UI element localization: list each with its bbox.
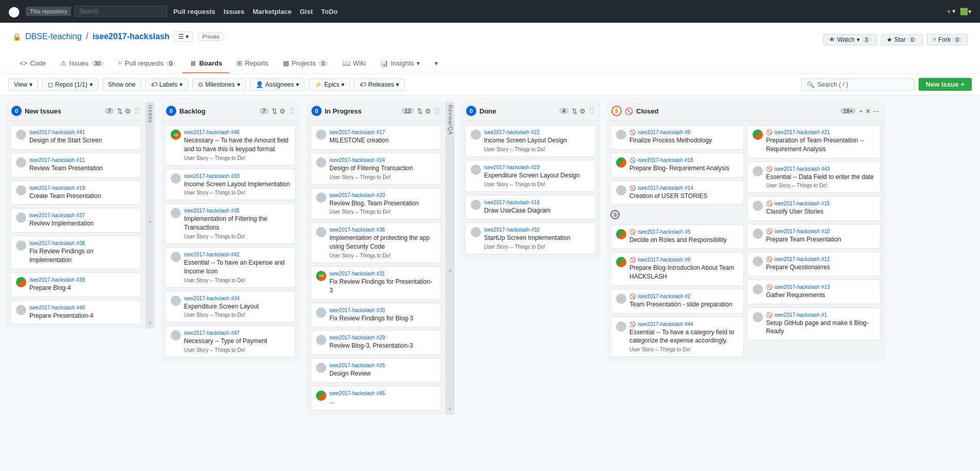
card-14[interactable]: 🚫 isee2017-hackslash #14 Creation of USE… — [610, 181, 744, 205]
card-37[interactable]: isee2017-hackslash #37 Review Implementa… — [10, 208, 141, 233]
drag-handle[interactable]: ⠿ — [589, 106, 595, 116]
settings-icon[interactable]: ⚙ — [579, 107, 586, 115]
tab-more[interactable]: ▾ — [427, 54, 445, 73]
list-view-button[interactable]: ☰ ▾ — [174, 31, 193, 42]
tab-code[interactable]: <> Code — [12, 54, 53, 73]
settings-icon[interactable]: ⚙ — [279, 107, 286, 115]
card-17[interactable]: isee2017-hackslash #17 MILESTONE creatio… — [310, 125, 441, 150]
nav-todo[interactable]: ToDo — [321, 8, 338, 15]
repos-button[interactable]: ◻ Repos (1/1) ▾ — [42, 78, 98, 91]
nav-issues[interactable]: Issues — [224, 8, 244, 15]
tab-boards[interactable]: ⫼ Boards — [182, 54, 229, 73]
repo-context-label[interactable]: This repository — [26, 7, 71, 16]
card-8[interactable]: 🚫 isee2017-hackslash #8 Finalize Process… — [610, 125, 744, 150]
card-31[interactable]: +3 isee2017-hackslash #31 Fix Review Fin… — [310, 266, 441, 300]
settings-icon[interactable]: ⚙ — [125, 107, 131, 115]
add-icon[interactable]: + — [859, 107, 863, 115]
show-one-button[interactable]: Show one — [103, 78, 141, 91]
card-38[interactable]: isee2017-hackslash #38 Fix Review Findin… — [10, 236, 141, 269]
user-avatar-icon[interactable]: 🟩▾ — [960, 8, 972, 15]
watch-button[interactable]: 👁 Watch ▾ 3 — [823, 34, 877, 45]
epics-button[interactable]: ⚡ Epics ▾ — [309, 78, 350, 91]
card-44[interactable]: 🚫 isee2017-hackslash #44 Essential -- To… — [610, 317, 744, 358]
card-22[interactable]: isee2017-hackslash #22 Income Screen Lay… — [465, 125, 596, 157]
drag-handle[interactable]: ⠿ — [434, 106, 440, 116]
view-button[interactable]: View ▾ — [8, 78, 38, 91]
tab-pull-requests[interactable]: ⑂ Pull requests 0 — [111, 54, 182, 73]
card-13[interactable]: 🚫 isee2017-hackslash #13 Gather Requirem… — [747, 280, 881, 304]
global-search-input[interactable] — [74, 6, 167, 17]
card-11[interactable]: isee2017-hackslash #11 Review Team Prese… — [10, 153, 141, 177]
review-qa-handle[interactable]: Review/QA ○ ○ — [445, 102, 455, 415]
card-33[interactable]: isee2017-hackslash #33 Income Screen Lay… — [165, 169, 296, 201]
github-logo[interactable]: ⬤ — [8, 5, 20, 18]
card-9[interactable]: 🚫 isee2017-hackslash #9 Prepare Blog-Int… — [610, 252, 744, 286]
card-47[interactable]: isee2017-hackslash #47 Necessary -- Type… — [165, 326, 296, 358]
fork-button[interactable]: ⑂ Fork 0 — [927, 34, 968, 45]
card-20[interactable]: isee2017-hackslash #20 Review Blog, Team… — [310, 188, 441, 220]
settings-icon[interactable]: ⚙ — [425, 107, 431, 115]
icebox-handle[interactable]: Icebox ○ ○ — [145, 102, 155, 329]
card-36[interactable]: isee2017-hackslash #36 Implementation of… — [310, 222, 441, 263]
card-25[interactable]: isee2017-hackslash #25 Design Review — [310, 358, 441, 383]
card-35[interactable]: isee2017-hackslash #35 Implementation of… — [165, 203, 296, 244]
tab-insights[interactable]: 📊 Insights ▾ — [373, 54, 427, 73]
card-12[interactable]: 🚫 isee2017-hackslash #12 Prepare Questio… — [747, 252, 881, 277]
nav-gist[interactable]: Gist — [300, 8, 312, 15]
card-42[interactable]: isee2017-hackslash #42 Essential -- To h… — [165, 247, 296, 288]
card-29[interactable]: isee2017-hackslash #29 Review Blog-3, Pr… — [310, 330, 441, 355]
card-10[interactable]: 🚫 isee2017-hackslash #10 Prepare Team Pr… — [747, 224, 881, 249]
tab-issues[interactable]: ⚠ Issues 30 — [53, 54, 111, 73]
labels-button[interactable]: 🏷 Labels ▾ — [145, 78, 188, 91]
add-icon[interactable]: ＋▾ — [945, 7, 956, 16]
card-title: Create Team Presentation — [29, 192, 136, 201]
tab-projects[interactable]: ▦ Projects 0 — [276, 54, 335, 73]
card-40[interactable]: isee2017-hackslash #40 Prepare Presentat… — [10, 300, 141, 325]
card-34[interactable]: isee2017-hackslash #34 Expenditure Scree… — [165, 291, 296, 323]
milestones-label: Milestones — [205, 81, 235, 88]
card-2[interactable]: 🚫 isee2017-hackslash #2 Team Presentatio… — [610, 289, 744, 314]
card-1[interactable]: 🚫 isee2017-hackslash #1 Setup GitHub pag… — [747, 307, 881, 341]
more-icon[interactable]: ⋯ — [873, 107, 879, 115]
card-18[interactable]: 🚫 isee2017-hackslash #18 Prepare Blog- R… — [610, 153, 744, 177]
repo-owner[interactable]: DBSE-teaching — [25, 32, 81, 41]
star-button[interactable]: ★ Star 0 — [881, 34, 923, 45]
card-21[interactable]: 🚫 isee2017-hackslash #21 Preparation of … — [747, 125, 881, 158]
drag-handle[interactable]: ⠿ — [289, 106, 295, 116]
card-30[interactable]: isee2017-hackslash #30 Fix Review Findin… — [310, 303, 441, 328]
repo-name[interactable]: isee2017-hackslash — [92, 32, 169, 41]
card-repo: 🚫 isee2017-hackslash #1 — [766, 312, 875, 318]
card-32[interactable]: isee2017-hackslash #32 StartUp Screen Im… — [465, 222, 596, 254]
card-title: Income Screen Layout Design — [484, 136, 590, 145]
sort-icon[interactable]: ⇅ — [417, 107, 423, 115]
milestones-button[interactable]: ⊙ Milestones ▾ — [192, 78, 245, 91]
releases-button[interactable]: 🏷 Releases ▾ — [354, 78, 405, 91]
card-39[interactable]: isee2017-hackslash #39 Prepare Blog-4 — [10, 272, 141, 297]
card-repo: 🚫 isee2017-hackslash #44 — [629, 321, 738, 327]
card-45[interactable]: isee2017-hackslash #45 ... — [310, 386, 441, 411]
nav-marketplace[interactable]: Marketplace — [253, 8, 291, 15]
card-46[interactable]: +3 isee2017-hackslash #46 Necessary -- T… — [165, 125, 296, 166]
tab-wiki[interactable]: 📖 Wiki — [335, 54, 373, 73]
card-5[interactable]: 🚫 isee2017-hackslash #5 Decide on Roles … — [610, 224, 744, 249]
nav-pull-requests[interactable]: Pull requests — [173, 8, 215, 15]
sort-icon[interactable]: ⇅ — [272, 107, 277, 115]
tab-reports[interactable]: ⊞ Reports — [229, 54, 276, 73]
assignees-button[interactable]: 👤 Assignees ▾ — [250, 78, 305, 91]
sort-icon[interactable]: ⇅ — [117, 107, 123, 115]
drag-handle[interactable]: ⠿ — [134, 106, 140, 116]
card-15[interactable]: 🚫 isee2017-hackslash #15 Classify User S… — [747, 196, 881, 221]
sort-icon[interactable]: ⇅ — [572, 107, 577, 115]
card-repo: isee2017-hackslash #20 — [329, 192, 436, 198]
backlog-title: Backlog — [179, 107, 256, 115]
card-16[interactable]: isee2017-hackslash #16 Draw UseCase Diag… — [465, 195, 596, 220]
card-24[interactable]: isee2017-hackslash #24 Design of Filteri… — [310, 153, 441, 185]
avatar — [471, 227, 481, 237]
card-23[interactable]: isee2017-hackslash #23 Expenditure Scree… — [465, 160, 596, 192]
close-icon[interactable]: ✕ — [865, 107, 871, 115]
card-19[interactable]: isee2017-hackslash #19 Create Team Prese… — [10, 181, 141, 205]
card-41[interactable]: isee2017-hackslash #41 Design of the Sta… — [10, 125, 141, 150]
board-search[interactable]: 🔍 Search ( / ) — [801, 78, 915, 91]
new-issue-button[interactable]: New Issue + — [919, 78, 972, 91]
card-43[interactable]: 🚫 isee2017-hackslash #43 Essential -- Da… — [747, 161, 881, 193]
